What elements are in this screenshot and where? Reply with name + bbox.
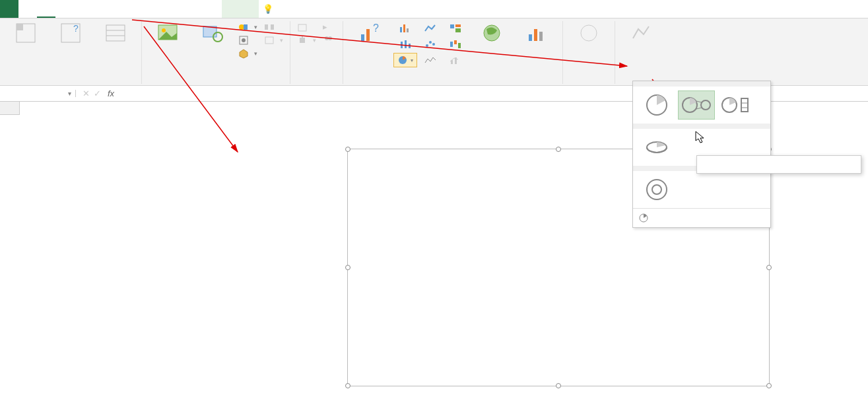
- svg-rect-26: [407, 28, 409, 32]
- tab-file[interactable]: [0, 0, 18, 18]
- group-tables: ?: [0, 21, 142, 84]
- pivotchart-button[interactable]: [516, 21, 557, 46]
- svg-rect-37: [454, 40, 457, 44]
- svg-rect-36: [450, 42, 453, 47]
- svg-rect-21: [361, 34, 364, 41]
- tab-format[interactable]: [240, 0, 259, 18]
- svg-rect-22: [366, 29, 370, 41]
- icons-button[interactable]: [237, 34, 259, 46]
- chart-type-grid: ▾: [393, 21, 467, 67]
- svg-point-11: [239, 24, 244, 30]
- column-chart-button[interactable]: [393, 21, 417, 36]
- svg-rect-24: [400, 27, 402, 32]
- ribbon-body: ? ▾ ▾ ▾ ▾ ▸: [0, 18, 868, 86]
- tab-help[interactable]: [166, 0, 185, 18]
- group-addins: ▾ ▸: [290, 21, 343, 84]
- shapes-button[interactable]: ▾: [237, 21, 259, 33]
- svg-rect-31: [405, 40, 407, 48]
- my-addins-button[interactable]: ▾: [296, 34, 317, 46]
- combo-chart-button[interactable]: [444, 53, 467, 67]
- dropdown-section-2d-pie: [633, 81, 770, 87]
- svg-point-57: [647, 180, 667, 199]
- maps-button[interactable]: [471, 21, 512, 46]
- smartart-button[interactable]: [263, 21, 284, 33]
- group-tours: [563, 21, 615, 84]
- waterfall-chart-button[interactable]: [444, 37, 467, 52]
- svg-rect-1: [17, 24, 23, 30]
- pie-chart-dropdown: [632, 81, 771, 228]
- svg-rect-16: [271, 24, 274, 30]
- tab-power-pivot[interactable]: [185, 0, 203, 18]
- tab-home[interactable]: [18, 0, 37, 18]
- statistic-chart-button[interactable]: [393, 37, 417, 52]
- mouse-cursor-icon: [695, 131, 706, 147]
- svg-rect-45: [539, 32, 543, 41]
- svg-rect-43: [529, 34, 532, 41]
- svg-point-46: [581, 25, 597, 41]
- people-graph-button[interactable]: [321, 34, 337, 46]
- bar-of-pie-option[interactable]: [718, 90, 754, 120]
- 3d-map-button[interactable]: [568, 21, 609, 46]
- pie-option[interactable]: [638, 90, 675, 120]
- line-chart-button[interactable]: [418, 21, 442, 36]
- formula-bar-buttons: ✕ ✓ fx: [76, 89, 123, 98]
- svg-rect-53: [741, 98, 748, 112]
- cancel-icon[interactable]: ✕: [83, 89, 90, 98]
- svg-rect-27: [450, 24, 454, 28]
- svg-rect-17: [265, 37, 273, 44]
- online-pictures-button[interactable]: [192, 21, 233, 46]
- dropdown-section-3d-pie: [633, 124, 770, 129]
- 3d-models-button[interactable]: ▾: [237, 48, 259, 59]
- tab-insert[interactable]: [37, 0, 55, 18]
- more-pie-charts-button[interactable]: [633, 208, 770, 227]
- enter-icon[interactable]: ✓: [94, 89, 101, 98]
- svg-rect-9: [203, 26, 217, 37]
- pie-chart-button[interactable]: ▾: [393, 53, 417, 67]
- pictures-button[interactable]: [147, 21, 188, 46]
- svg-rect-44: [534, 29, 537, 41]
- select-all-corner[interactable]: [0, 102, 20, 115]
- group-illustrations: ▾ ▾ ▾: [142, 21, 290, 84]
- screenshot-button[interactable]: ▾: [263, 34, 284, 46]
- svg-point-58: [652, 185, 661, 194]
- tab-page-layout[interactable]: [55, 0, 74, 18]
- chart-tooltip: [696, 155, 861, 174]
- sparkline-line-button[interactable]: [620, 21, 661, 46]
- svg-point-33: [426, 44, 428, 47]
- hierarchy-chart-button[interactable]: [444, 21, 467, 36]
- pivottable-button[interactable]: [5, 21, 46, 46]
- tab-view[interactable]: [129, 0, 148, 18]
- svg-text:?: ?: [73, 23, 79, 34]
- scatter-chart-button[interactable]: [418, 37, 442, 52]
- surface-chart-button[interactable]: [418, 53, 442, 67]
- tab-formulas[interactable]: [74, 0, 92, 18]
- svg-rect-4: [106, 25, 125, 41]
- svg-point-14: [242, 38, 246, 42]
- name-box[interactable]: ▾: [0, 90, 76, 97]
- svg-rect-18: [298, 24, 306, 31]
- doughnut-option[interactable]: [638, 175, 675, 204]
- svg-rect-38: [458, 43, 461, 48]
- table-button[interactable]: [95, 21, 136, 46]
- 3d-pie-option[interactable]: [638, 133, 675, 162]
- tell-me-search[interactable]: 💡: [259, 0, 276, 18]
- tab-script-lab[interactable]: [203, 0, 222, 18]
- tab-developer[interactable]: [148, 0, 166, 18]
- svg-rect-29: [455, 28, 461, 32]
- fx-icon[interactable]: fx: [105, 89, 117, 98]
- chart-legend[interactable]: [348, 338, 769, 343]
- group-charts: ? ▾: [343, 21, 563, 84]
- tab-review[interactable]: [111, 0, 129, 18]
- recommended-pivottables-button[interactable]: ?: [50, 21, 91, 46]
- svg-point-20: [328, 36, 332, 40]
- group-sparklines: [615, 21, 667, 84]
- tab-design[interactable]: [222, 0, 240, 18]
- store-button[interactable]: [296, 21, 317, 33]
- bing-maps-button[interactable]: ▸: [321, 21, 337, 32]
- tab-data[interactable]: [92, 0, 111, 18]
- pie-of-pie-option[interactable]: [678, 90, 715, 120]
- svg-rect-28: [455, 24, 461, 27]
- svg-rect-12: [244, 24, 248, 30]
- recommended-charts-button[interactable]: ?: [349, 21, 389, 46]
- svg-point-8: [162, 28, 166, 32]
